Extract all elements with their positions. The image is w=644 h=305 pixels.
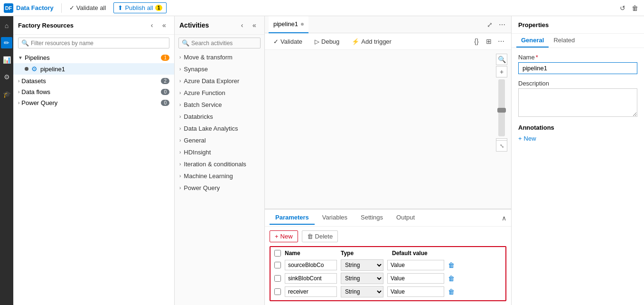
tab-settings[interactable]: Settings — [355, 211, 389, 225]
topbar-right-actions: ↺ 🗑 — [617, 3, 640, 13]
search-activities-input[interactable] — [191, 40, 257, 47]
canvas-tab-actions: ⤢ ⋯ — [485, 19, 507, 30]
activity-general[interactable]: › General — [175, 134, 264, 146]
zoom-slider[interactable] — [498, 79, 505, 136]
add-annotation-button[interactable]: + New — [518, 135, 536, 142]
learn-icon[interactable]: 🎓 — [1, 88, 12, 100]
param-default-input-2[interactable] — [387, 286, 444, 297]
param-name-input-1[interactable] — [285, 273, 337, 284]
publish-badge: 1 — [155, 5, 163, 11]
param-check-2[interactable] — [274, 288, 281, 295]
canvas-tab-dot-icon — [301, 23, 304, 26]
activities-collapse-button[interactable]: ‹ — [237, 20, 247, 30]
code-view-button[interactable]: {} — [471, 36, 482, 47]
activity-synapse[interactable]: › Synapse — [175, 63, 264, 75]
collapse-panel-button[interactable]: ‹ — [147, 20, 157, 30]
activities-close-button[interactable]: « — [249, 20, 260, 30]
activities-title: Activities — [179, 21, 209, 29]
col-type-header: Type — [341, 250, 388, 257]
validate-button[interactable]: ✓ Validate — [270, 37, 306, 47]
manage-icon[interactable]: ⚙ — [1, 71, 12, 83]
name-input[interactable] — [518, 62, 637, 74]
param-type-select-0[interactable]: StringIntBool — [341, 259, 383, 271]
param-default-input-0[interactable] — [387, 260, 444, 270]
activity-data-lake-analytics[interactable]: › Data Lake Analytics — [175, 123, 264, 134]
param-name-input-0[interactable] — [285, 260, 337, 270]
batch-service-chevron-icon: › — [179, 102, 181, 107]
activity-iteration-conditionals[interactable]: › Iteration & conditionals — [175, 158, 264, 170]
pipeline1-item[interactable]: ⚙ pipeline1 — [13, 63, 174, 75]
pipelines-chevron-icon: ▼ — [18, 55, 23, 60]
filter-resources-input[interactable] — [31, 40, 166, 47]
canvas-tab-pipeline1[interactable]: pipeline1 — [269, 16, 308, 33]
select-all-params-checkbox[interactable] — [274, 250, 281, 257]
activity-move-transform[interactable]: › Move & transform — [175, 51, 264, 63]
close-panel-button[interactable]: « — [159, 20, 169, 30]
param-delete-btn-0[interactable]: 🗑 — [448, 261, 455, 269]
table-view-button[interactable]: ⊞ — [484, 36, 494, 47]
filter-resources-box[interactable]: 🔍 — [18, 38, 169, 48]
new-param-plus-icon: + — [275, 233, 279, 240]
activity-databricks[interactable]: › Databricks — [175, 111, 264, 123]
pipeline-icon[interactable]: ✏ — [1, 37, 12, 48]
powerquery-tree-item[interactable]: › Power Query 0 — [13, 97, 174, 108]
refresh-button[interactable]: ↺ — [617, 3, 628, 13]
props-tab-general[interactable]: General — [516, 34, 549, 48]
tab-output[interactable]: Output — [391, 211, 420, 225]
topbar-sep — [61, 3, 62, 13]
search-activities-box[interactable]: 🔍 — [178, 38, 261, 48]
publish-all-button[interactable]: ⬆ Publish all 1 — [113, 2, 167, 13]
description-textarea[interactable] — [518, 88, 637, 117]
home-icon[interactable]: ⌂ — [1, 20, 12, 31]
monitor-icon[interactable]: 📊 — [1, 54, 12, 66]
factory-resources-title: Factory Resources — [18, 22, 74, 29]
activity-hdinsight[interactable]: › HDInsight — [175, 146, 264, 158]
datasets-label: Datasets — [21, 77, 159, 85]
canvas-fullscreen-button[interactable]: ⤡ — [496, 140, 507, 152]
dataflows-count: 0 — [161, 89, 169, 95]
param-check-0[interactable] — [274, 262, 281, 268]
canvas-drawing-area[interactable]: 🔍 + − ⤡ — [265, 50, 511, 209]
pipelines-section: ▼ Pipelines 1 ⚙ pipeline1 — [13, 51, 174, 76]
activity-batch-service[interactable]: › Batch Service — [175, 99, 264, 111]
dataflows-tree-item[interactable]: › Data flows 0 — [13, 86, 174, 97]
more-canvas-options-button[interactable]: ⋯ — [496, 36, 506, 47]
validate-all-button[interactable]: ✓ Validate all — [65, 3, 110, 13]
activity-azure-function[interactable]: › Azure Function — [175, 87, 264, 99]
add-annotation-plus-icon: + — [518, 135, 522, 142]
debug-button[interactable]: ▷ Debug — [311, 37, 343, 47]
param-name-input-2[interactable] — [285, 286, 337, 297]
pipelines-label: Pipelines — [25, 54, 159, 61]
bottom-panel: Parameters Variables Settings Output ∧ +… — [265, 209, 511, 305]
delete-parameter-button[interactable]: 🗑 Delete — [302, 230, 338, 242]
param-delete-btn-1[interactable]: 🗑 — [448, 275, 455, 282]
zoom-in-button[interactable]: + — [496, 66, 507, 77]
add-trigger-button[interactable]: ⚡ Add trigger — [348, 37, 395, 47]
datasets-tree-item[interactable]: › Datasets 2 — [13, 76, 174, 86]
param-type-select-2[interactable]: StringIntBool — [341, 286, 383, 297]
activities-header-actions: ‹ « — [237, 20, 260, 30]
pipelines-tree-item[interactable]: ▼ Pipelines 1 — [13, 52, 174, 63]
collapse-bottom-panel-button[interactable]: ∧ — [502, 214, 506, 222]
props-tab-related[interactable]: Related — [549, 34, 579, 48]
param-delete-btn-2[interactable]: 🗑 — [448, 288, 455, 295]
delete-topbar-button[interactable]: 🗑 — [630, 3, 640, 13]
zoom-handle — [497, 108, 506, 113]
canvas-properties-area: pipeline1 ⤢ ⋯ ✓ Validate ▷ Debu — [265, 16, 644, 305]
param-type-select-1[interactable]: StringIntBool — [341, 273, 383, 284]
activity-azure-data-explorer[interactable]: › Azure Data Explorer — [175, 75, 264, 87]
more-options-button[interactable]: ⋯ — [497, 19, 507, 30]
zoom-search-button[interactable]: 🔍 — [496, 54, 507, 65]
param-default-input-1[interactable] — [387, 273, 444, 284]
new-parameter-button[interactable]: + New — [270, 230, 298, 242]
activity-power-query[interactable]: › Power Query — [175, 182, 264, 194]
activity-machine-learning[interactable]: › Machine Learning — [175, 170, 264, 182]
bottom-panel-tabs: Parameters Variables Settings Output ∧ — [265, 210, 511, 227]
expand-canvas-button[interactable]: ⤢ — [485, 19, 495, 30]
tab-variables[interactable]: Variables — [317, 211, 353, 225]
toolbar-right: {} ⊞ ⋯ — [471, 36, 506, 47]
pipelines-count: 1 — [161, 55, 169, 61]
tab-parameters[interactable]: Parameters — [270, 211, 315, 225]
param-check-1[interactable] — [274, 275, 281, 282]
azure-data-explorer-chevron-icon: › — [179, 78, 181, 84]
